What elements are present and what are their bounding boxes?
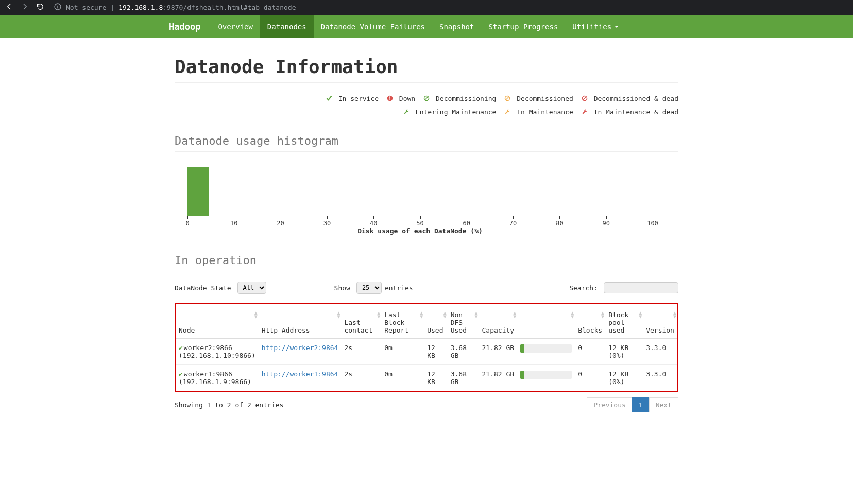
brand[interactable]: Hadoop [169, 22, 200, 32]
legend-entering_maint: Entering Maintenance [403, 106, 496, 119]
col-http-address[interactable]: Http Address▲▼ [259, 307, 342, 339]
next-button[interactable]: Next [649, 397, 678, 412]
cell-capacity-bar [517, 339, 575, 365]
cell-pool-used: 12 KB (0%) [605, 339, 643, 365]
nav-item-datanode-volume-failures[interactable]: Datanode Volume Failures [314, 15, 432, 38]
show-label: Show [334, 284, 350, 292]
col-non-dfs-used[interactable]: Non DFS Used▲▼ [448, 307, 479, 339]
nav-item-utilities[interactable]: Utilities [565, 15, 626, 38]
url[interactable]: 192.168.1.8:9870/dfshealth.html#tab-data… [118, 4, 296, 11]
tick-label: 0 [185, 220, 189, 227]
pagination: Previous 1 Next [587, 397, 678, 412]
sort-icon: ▲▼ [377, 311, 380, 318]
x-axis-title: Disk usage of each DataNode (%) [187, 227, 653, 235]
legend-decommissioned: Decommissioned [504, 92, 573, 106]
not-secure-label: Not secure [66, 4, 106, 11]
svg-point-2 [57, 5, 58, 5]
cell-blocks: 0 [575, 339, 605, 365]
state-label: DataNode State [175, 284, 231, 292]
tick-label: 30 [323, 220, 331, 227]
col-last-block-report[interactable]: Last Block Report▲▼ [381, 307, 424, 339]
reload-icon[interactable] [36, 3, 44, 12]
legend-in_maint_dead: In Maintenance & dead [582, 106, 678, 119]
cell-http: http://worker2:9864 [259, 339, 342, 365]
nav-item-overview[interactable]: Overview [211, 15, 260, 38]
svg-rect-5 [389, 99, 390, 100]
col-capacity[interactable]: Capacity▲▼ [479, 307, 518, 339]
sort-icon: ▲▼ [337, 311, 340, 318]
sort-icon: ▲▼ [420, 311, 423, 318]
tick-label: 80 [556, 220, 563, 227]
sort-icon: ▲▼ [475, 311, 478, 318]
check-icon: ✔ [179, 370, 183, 378]
forward-icon[interactable] [21, 3, 29, 12]
cell-capacity: 21.82 GB [479, 365, 518, 391]
col-capacity-bar[interactable]: ▲▼ [517, 307, 575, 339]
show-select[interactable]: 25 [356, 282, 382, 294]
cell-non-dfs: 3.68 GB [448, 365, 479, 391]
cell-used: 12 KB [424, 339, 448, 365]
nav-item-snapshot[interactable]: Snapshot [432, 15, 481, 38]
col-used[interactable]: Used▲▼ [424, 307, 448, 339]
http-link[interactable]: http://worker1:9864 [262, 370, 338, 378]
sort-icon: ▲▼ [639, 311, 642, 318]
cell-pool-used: 12 KB (0%) [605, 365, 643, 391]
tick-label: 50 [416, 220, 423, 227]
col-blocks[interactable]: Blocks▲▼ [575, 307, 605, 339]
col-version[interactable]: Version▲▼ [643, 307, 677, 339]
cell-version: 3.3.0 [643, 339, 677, 365]
search-input[interactable] [604, 282, 678, 293]
cell-capacity: 21.82 GB [479, 339, 518, 365]
url-divider: | [110, 4, 114, 11]
prev-button[interactable]: Previous [587, 397, 633, 412]
datanode-table: Node▲▼Http Address▲▼Last contact▲▼Last B… [176, 307, 677, 391]
tick-label: 70 [509, 220, 517, 227]
chevron-down-icon [615, 26, 619, 28]
cell-http: http://worker1:9864 [259, 365, 342, 391]
table-row: ✔worker1:9866(192.168.1.9:9866)http://wo… [176, 365, 677, 391]
info-icon[interactable] [54, 3, 62, 12]
tick-label: 90 [602, 220, 609, 227]
tick-label: 60 [463, 220, 470, 227]
table-info: Showing 1 to 2 of 2 entries [175, 401, 283, 409]
tick-label: 40 [370, 220, 377, 227]
sort-icon: ▲▼ [443, 311, 447, 318]
tick-label: 10 [230, 220, 237, 227]
histogram-title: Datanode usage histogram [175, 134, 678, 147]
browser-bar: Not secure | 192.168.1.8:9870/dfshealth.… [0, 0, 853, 15]
cell-last-contact: 2s [341, 365, 381, 391]
legend-down: Down [387, 92, 415, 106]
legend-in_service: In service [326, 92, 379, 106]
cell-used: 12 KB [424, 365, 448, 391]
svg-rect-4 [389, 96, 390, 99]
back-icon[interactable] [5, 3, 13, 12]
sort-icon: ▲▼ [601, 311, 604, 318]
cell-last-block: 0m [381, 339, 424, 365]
tick-label: 20 [277, 220, 284, 227]
cell-node: ✔worker2:9866(192.168.1.10:9866) [176, 339, 259, 365]
sort-icon: ▲▼ [513, 311, 516, 318]
check-icon: ✔ [179, 344, 183, 352]
legend: In service Down Decommissioning Decommis… [175, 92, 678, 119]
cell-capacity-bar [517, 365, 575, 391]
nav-item-datanodes[interactable]: Datanodes [260, 15, 314, 38]
http-link[interactable]: http://worker2:9864 [262, 344, 338, 352]
state-select[interactable]: All [237, 282, 266, 294]
cell-node: ✔worker1:9866(192.168.1.9:9866) [176, 365, 259, 391]
page-1-button[interactable]: 1 [632, 397, 650, 412]
legend-in_maint: In Maintenance [504, 106, 573, 119]
col-last-contact[interactable]: Last contact▲▼ [341, 307, 381, 339]
nav-item-startup-progress[interactable]: Startup Progress [481, 15, 565, 38]
cell-last-contact: 2s [341, 339, 381, 365]
sort-icon: ▲▼ [254, 311, 258, 318]
col-block-pool-used[interactable]: Block pool used▲▼ [605, 307, 643, 339]
cell-last-block: 0m [381, 365, 424, 391]
legend-decommissioning: Decommissioning [423, 92, 496, 106]
svg-line-7 [425, 97, 428, 100]
svg-line-9 [506, 97, 509, 100]
entries-label: entries [385, 284, 413, 292]
histogram-bar: 2 [187, 167, 209, 216]
cell-non-dfs: 3.68 GB [448, 339, 479, 365]
cell-version: 3.3.0 [643, 365, 677, 391]
col-node[interactable]: Node▲▼ [176, 307, 259, 339]
